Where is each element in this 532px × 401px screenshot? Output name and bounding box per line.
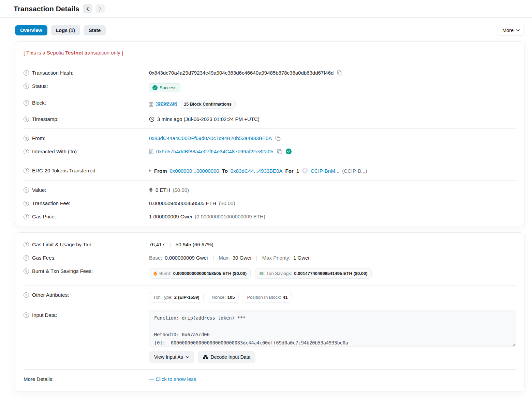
copy-to-address-button[interactable]	[276, 149, 283, 154]
position-in-block-badge: Position In Block: 41	[243, 292, 292, 303]
erc20-from-address-link[interactable]: 0x000000...00000000	[170, 168, 219, 174]
timestamp-row: ? Timestamp: 3 mins ago (Jul-06-2023 01:…	[24, 112, 516, 126]
divider	[24, 369, 516, 370]
transaction-hash-row: ? Transaction Hash: 0x843dc70a4a29d79234…	[24, 66, 516, 79]
gas-limit-label: ? Gas Limit & Usage by Txn:	[24, 242, 149, 247]
money-wings-icon	[259, 272, 264, 276]
value-eth: 0 ETH	[156, 187, 170, 193]
gas-fees-label: ? Gas Fees:	[24, 255, 149, 261]
separator: |	[167, 242, 173, 247]
separator: |	[210, 255, 216, 261]
input-data-actions: View Input As Decode Input Data	[149, 351, 516, 363]
input-data-row: ? Input Data: Function: drip(address tok…	[24, 306, 516, 367]
transaction-hash-value: 0x843dc70a4a29d79234c49a904c363d6c46640a…	[149, 70, 334, 76]
transaction-hash-label: ? Transaction Hash:	[24, 70, 149, 76]
decode-input-data-button[interactable]: Decode Input Data	[198, 351, 256, 363]
help-icon[interactable]: ?	[24, 255, 29, 261]
previous-transaction-button[interactable]	[83, 4, 92, 13]
gas-price-row: ? Gas Price: 1.000000009 Gwei (0.0000000…	[24, 210, 516, 223]
help-icon[interactable]: ?	[24, 292, 29, 298]
token-logo-icon	[302, 168, 308, 174]
burnt-savings-label: ? Burnt & Txn Savings Fees:	[24, 268, 149, 274]
page-header: Transaction Details	[0, 0, 532, 18]
divider	[24, 128, 516, 129]
chevron-down-icon	[186, 356, 189, 358]
interacted-with-row: ? Interacted With (To): 0xFd57b4ddBf88a4…	[24, 145, 516, 158]
verified-check-icon	[286, 149, 292, 154]
overview-card: [ This is a Sepolia Testnet transaction …	[15, 41, 524, 226]
help-icon[interactable]: ?	[24, 168, 29, 173]
chevron-left-icon	[86, 7, 89, 11]
gas-price-label: ? Gas Price:	[24, 214, 149, 219]
nonce-badge: Nonce: 105	[208, 292, 239, 303]
more-dropdown-button[interactable]: More	[498, 25, 524, 36]
caret-right-icon	[149, 169, 151, 172]
check-circle-icon: ✓	[152, 85, 158, 90]
tabs-row: Overview Logs (1) State More	[15, 25, 524, 36]
help-icon[interactable]: ?	[24, 70, 29, 76]
gas-limit-value: 76,417	[149, 242, 165, 247]
help-icon[interactable]: ?	[24, 187, 29, 193]
more-details-row: More Details: — Click to show less	[24, 372, 516, 389]
tab-state[interactable]: State	[84, 25, 106, 35]
txn-savings-badge: Txn Savings: 0.001477404999541495 ETH ($…	[255, 268, 372, 279]
transaction-fee-usd: ($0.00)	[219, 200, 235, 206]
tab-logs[interactable]: Logs (1)	[51, 25, 80, 35]
from-label: ? From:	[24, 135, 149, 141]
gas-limit-row: ? Gas Limit & Usage by Txn: 76,417 | 50,…	[24, 235, 516, 251]
help-icon[interactable]: ?	[24, 201, 29, 206]
token-name-link[interactable]: CCIP-BnM...	[311, 168, 339, 174]
erc20-amount: 1	[296, 168, 299, 174]
max-priority-label: Max Priority:	[262, 255, 291, 261]
divider	[24, 285, 516, 286]
next-transaction-button[interactable]	[95, 4, 105, 13]
help-icon[interactable]: ?	[24, 136, 29, 141]
transaction-fee-row: ? Transaction Fee: 0.000050945000458505 …	[24, 197, 516, 210]
burnt-value: 0.000000000000458505 ETH ($0.00)	[173, 271, 247, 276]
copy-from-address-button[interactable]	[275, 136, 281, 141]
eth-icon	[149, 187, 153, 193]
flame-icon	[153, 271, 157, 276]
view-input-as-button[interactable]: View Input As	[149, 351, 194, 363]
help-icon[interactable]: ?	[24, 117, 29, 122]
help-icon[interactable]: ?	[24, 242, 29, 247]
page-title: Transaction Details	[14, 5, 79, 13]
chevron-right-icon	[99, 7, 102, 11]
help-icon[interactable]: ?	[24, 268, 29, 274]
help-icon[interactable]: ?	[24, 149, 29, 154]
erc20-to-address-link[interactable]: 0x83dC44...4933BE0A	[231, 168, 283, 174]
erc20-to-label: To	[222, 168, 228, 174]
to-address-link[interactable]: 0xFd57b4ddBf88a4e07fF4e34C487b99af2Fe82a…	[156, 149, 274, 154]
value-row: ? Value: 0 ETH ($0.00)	[24, 183, 516, 197]
max-fee-label: Max:	[219, 255, 230, 261]
help-icon[interactable]: ?	[24, 312, 29, 318]
tab-overview[interactable]: Overview	[15, 25, 47, 35]
other-attributes-label: ? Other Attributes:	[24, 292, 149, 298]
erc20-transfers-row: ? ERC-20 Tokens Transferred: From 0x0000…	[24, 164, 516, 178]
divider	[24, 180, 516, 181]
status-badge: ✓ Success	[149, 83, 180, 92]
toggle-details-link[interactable]: — Click to show less	[149, 376, 196, 382]
copy-icon	[337, 70, 342, 76]
help-icon[interactable]: ?	[24, 214, 29, 219]
gas-price-eth: (0.000000001000000009 ETH)	[195, 214, 265, 219]
txn-savings-value: 0.001477404999541495 ETH ($0.00)	[294, 271, 367, 276]
help-icon[interactable]: ?	[24, 100, 29, 106]
clock-icon	[149, 117, 154, 122]
input-data-textarea[interactable]: Function: drip(address token) *** Method…	[149, 310, 516, 347]
status-row: ? Status: ✓ Success	[24, 79, 516, 96]
from-row: ? From: 0x83dC44a4C00DFf69d0A0c7c94B20b5…	[24, 132, 516, 145]
hourglass-icon	[149, 102, 153, 107]
tab-group: Overview Logs (1) State	[15, 25, 106, 35]
help-icon[interactable]: ?	[24, 83, 29, 89]
from-address-link[interactable]: 0x83dC44a4C00DFf69d0A0c7c94B20b53a4933BE…	[149, 135, 272, 141]
base-fee-value: 0.000000009 Gwei	[165, 255, 208, 261]
txn-type-badge: Txn Type: 2 (EIP-1559)	[149, 292, 204, 303]
interacted-with-label: ? Interacted With (To):	[24, 149, 149, 154]
gas-usage-value: 50,945 (66.67%)	[176, 242, 213, 247]
block-number-link[interactable]: 3836596	[156, 101, 177, 107]
copy-transaction-hash-button[interactable]	[336, 70, 343, 76]
block-confirmations-badge: 15 Block Confirmations	[180, 100, 236, 109]
divider	[24, 161, 516, 161]
erc20-transfers-label: ? ERC-20 Tokens Transferred:	[24, 168, 149, 173]
